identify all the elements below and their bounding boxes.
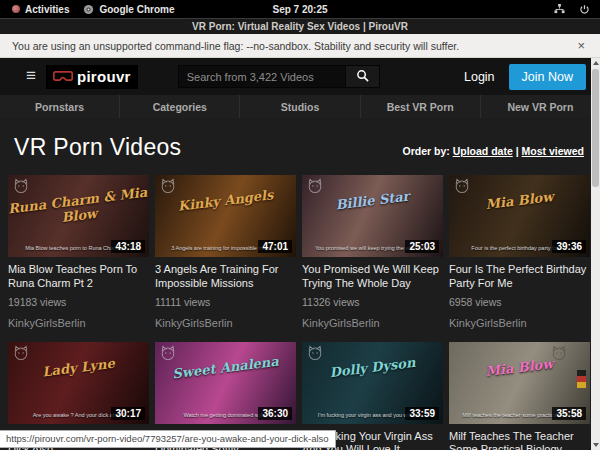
- vr-goggles-icon: [53, 68, 73, 86]
- unsupported-flag-infobar: You are using an unsupported command-lin…: [0, 34, 600, 58]
- video-thumbnail[interactable]: Runa Charm & Mia Blow Mia Blow teaches p…: [8, 175, 149, 257]
- site-logo-text: pirouvr: [77, 68, 131, 85]
- scrollbar-up-arrow-icon[interactable]: [591, 58, 600, 68]
- video-views: 11326 views: [302, 296, 443, 308]
- nav-categories[interactable]: Categories: [120, 95, 240, 118]
- menu-icon[interactable]: ≡: [10, 66, 46, 88]
- video-studio-link[interactable]: KinkyGirlsBerlin: [155, 317, 296, 329]
- infobar-close-icon[interactable]: ×: [574, 38, 588, 53]
- order-separator: |: [516, 145, 519, 157]
- duration-badge: 25:03: [405, 240, 439, 253]
- studio-cat-logo-icon: [12, 178, 30, 198]
- video-card[interactable]: Runa Charm & Mia Blow Mia Blow teaches p…: [8, 175, 149, 329]
- activities-indicator-icon: [12, 5, 20, 13]
- scrollbar-down-arrow-icon[interactable]: [591, 440, 600, 450]
- video-card[interactable]: Mia Blow Milf teaches the teacher some p…: [449, 342, 590, 450]
- nav-studios[interactable]: Studios: [240, 95, 360, 118]
- page-title: VR Porn Videos: [14, 134, 181, 161]
- order-by: Order by: Upload date | Most viewed: [402, 145, 584, 161]
- nav-pornstars[interactable]: Pornstars: [0, 95, 120, 118]
- desktop: Activities Google Chrome Sep 7 20:25 VR …: [0, 0, 600, 450]
- nav-new-vr-porn[interactable]: New VR Porn: [481, 95, 600, 118]
- video-thumbnail[interactable]: Mia Blow Milf teaches the teacher some p…: [449, 342, 590, 424]
- status-bar-url: https://pirouvr.com/vr-porn-video/779325…: [0, 430, 336, 448]
- video-card[interactable]: Kinky Angels 3 Angels are training for i…: [155, 175, 296, 329]
- power-icon[interactable]: [579, 4, 590, 15]
- page-scrollbar[interactable]: [591, 58, 600, 450]
- thumb-overlay-text: Mia Blow: [449, 351, 590, 383]
- system-top-bar: Activities Google Chrome Sep 7 20:25: [0, 0, 600, 18]
- video-studio-link[interactable]: KinkyGirlsBerlin: [8, 317, 149, 329]
- order-upload-date-link[interactable]: Upload date: [453, 145, 513, 157]
- video-card[interactable]: Mia Blow Four is the perfect birthday pa…: [449, 175, 590, 329]
- main-nav: Pornstars Categories Studios Best VR Por…: [0, 95, 600, 118]
- german-flag-decoration: [577, 370, 586, 388]
- search-icon: [356, 68, 369, 86]
- studio-cat-logo-icon: [12, 345, 30, 365]
- video-thumbnail[interactable]: Dolly Dyson I'm fucking your virgin ass …: [302, 342, 443, 424]
- activities-button[interactable]: Activities: [12, 4, 69, 15]
- infobar-message: You are using an unsupported command-lin…: [12, 40, 574, 52]
- search-input[interactable]: [178, 65, 346, 88]
- duration-badge: 35:58: [552, 407, 586, 420]
- login-link[interactable]: Login: [450, 70, 509, 84]
- video-thumbnail[interactable]: Sweet Analena Watch me getting dominated…: [155, 342, 296, 424]
- window-title: VR Porn: Virtual Reality Sex Videos | Pi…: [192, 21, 408, 32]
- video-thumbnail[interactable]: Billie Star You promised we will keep tr…: [302, 175, 443, 257]
- studio-cat-logo-icon: [453, 178, 471, 198]
- video-thumbnail[interactable]: Mia Blow Four is the perfect birthday pa…: [449, 175, 590, 257]
- join-now-button[interactable]: Join Now: [509, 64, 586, 90]
- video-title-link[interactable]: 3 Angels Are Training For Impossible Mis…: [155, 263, 296, 291]
- studio-cat-logo-icon: [159, 178, 177, 198]
- video-thumbnail[interactable]: Kinky Angels 3 Angels are training for i…: [155, 175, 296, 257]
- order-most-viewed-link[interactable]: Most viewed: [522, 145, 584, 157]
- chrome-icon: [83, 4, 94, 15]
- studio-cat-logo-icon: [306, 178, 324, 198]
- browser-viewport: ≡ pirouvr Login Join Now Pornstars Cat: [0, 58, 600, 450]
- window-title-bar: VR Porn: Virtual Reality Sex Videos | Pi…: [0, 18, 600, 34]
- duration-badge: 47:01: [258, 240, 292, 253]
- network-icon[interactable]: [554, 4, 565, 14]
- duration-badge: 30:17: [111, 407, 145, 420]
- video-title-link[interactable]: You Promised We Will Keep Trying The Who…: [302, 263, 443, 291]
- video-card[interactable]: Billie Star You promised we will keep tr…: [302, 175, 443, 329]
- video-title-link[interactable]: Four Is The Perfect Birthday Party For M…: [449, 263, 590, 291]
- scrollbar-thumb[interactable]: [592, 69, 599, 187]
- video-thumbnail[interactable]: Lady Lyne Are you awake ? And your dick …: [8, 342, 149, 424]
- duration-badge: 39:36: [552, 240, 586, 253]
- site-logo[interactable]: pirouvr: [46, 65, 138, 89]
- duration-badge: 36:30: [258, 407, 292, 420]
- studio-cat-logo-icon: [550, 345, 568, 365]
- video-views: 11111 views: [155, 296, 296, 308]
- order-by-label: Order by:: [402, 145, 449, 157]
- video-studio-link[interactable]: KinkyGirlsBerlin: [302, 317, 443, 329]
- video-title-link[interactable]: Mia Blow Teaches Porn To Runa Charm Pt 2: [8, 263, 149, 291]
- video-title-link[interactable]: Milf Teaches The Teacher Some Practical …: [449, 430, 590, 450]
- search-bar: [178, 65, 380, 88]
- duration-badge: 33:59: [405, 407, 439, 420]
- page-heading-row: VR Porn Videos Order by: Upload date | M…: [0, 118, 600, 175]
- video-grid: Runa Charm & Mia Blow Mia Blow teaches p…: [8, 175, 590, 450]
- clock[interactable]: Sep 7 20:25: [130, 4, 470, 15]
- search-button[interactable]: [346, 65, 380, 88]
- studio-cat-logo-icon: [159, 345, 177, 365]
- duration-badge: 43:18: [111, 240, 145, 253]
- video-views: 19183 views: [8, 296, 149, 308]
- nav-best-vr-porn[interactable]: Best VR Porn: [361, 95, 481, 118]
- site-header: ≡ pirouvr Login Join Now: [0, 58, 600, 95]
- studio-cat-logo-icon: [306, 345, 324, 365]
- video-views: 6958 views: [449, 296, 590, 308]
- video-studio-link[interactable]: KinkyGirlsBerlin: [449, 317, 590, 329]
- activities-label: Activities: [25, 4, 69, 15]
